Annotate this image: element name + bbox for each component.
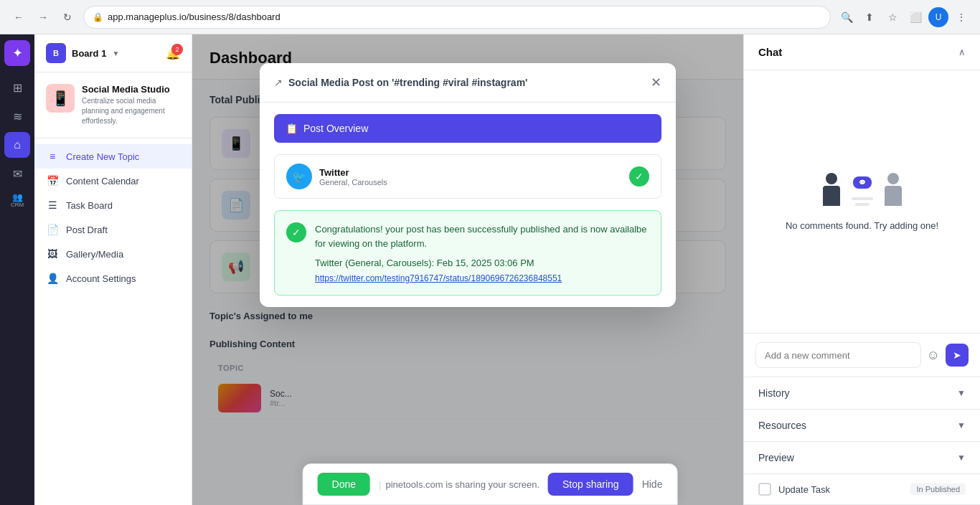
reload-button[interactable]: ↻ <box>57 7 77 27</box>
twitter-info: 🐦 Twitter General, Carousels <box>286 164 387 189</box>
zoom-button[interactable]: 🔍 <box>837 7 857 27</box>
nav-item-gallery-media[interactable]: 🖼 Gallery/Media <box>34 242 192 266</box>
resources-section: Resources ▼ <box>744 410 980 442</box>
success-platform: Twitter (General, Carousels): Feb 15, 20… <box>315 256 649 270</box>
crm-label: CRM <box>11 202 24 208</box>
sidebar-icon-chart[interactable]: ≋ <box>4 103 30 129</box>
twitter-check-icon: ✓ <box>629 166 649 187</box>
bookmark-button[interactable]: ☆ <box>882 7 903 27</box>
update-task-section: Update Task In Published <box>744 474 980 505</box>
nav-item-label: Create New Topic <box>66 151 139 162</box>
chat-bubble-1: 💬 <box>853 176 872 189</box>
hide-button[interactable]: Hide <box>642 478 663 490</box>
nav-item-task-board[interactable]: ☰ Task Board <box>34 193 192 217</box>
sidebar-icon-home[interactable]: ⌂ <box>4 132 30 158</box>
lock-icon: 🔒 <box>93 12 103 22</box>
modal-header: ↗ Social Media Post on '#trending #viral… <box>260 63 676 103</box>
modal-body: 📋 Post Overview 🐦 Twitter General, Carou… <box>260 103 676 307</box>
twitter-avatar: 🐦 <box>286 164 312 189</box>
person-body-left <box>823 186 840 206</box>
person-left <box>823 173 840 206</box>
modal-title-row: ↗ Social Media Post on '#trending #viral… <box>274 77 527 88</box>
post-overview-icon: 📋 <box>286 123 298 134</box>
modal-title: Social Media Post on '#trending #viral #… <box>288 77 527 88</box>
nav-item-create-new-topic[interactable]: ≡ Create New Topic <box>34 144 192 169</box>
board-icon: B <box>46 43 66 63</box>
nav-item-account-settings[interactable]: 👤 Account Settings <box>34 266 192 291</box>
sharing-bar: Done | pinetools.com is sharing your scr… <box>303 463 678 505</box>
browser-bar: ← → ↻ 🔒 app.manageplus.io/business/8/das… <box>0 0 980 34</box>
board-header: B Board 1 ▼ 🔔 2 <box>34 34 192 72</box>
expand-icon: ↗ <box>274 77 283 88</box>
icon-sidebar: ✦ ⊞ ≋ ⌂ ✉ 👥 CRM <box>0 34 34 505</box>
settings-icon: 👤 <box>46 273 59 284</box>
chat-line-1 <box>852 197 873 200</box>
preview-section: Preview ▼ <box>744 442 980 474</box>
done-button[interactable]: Done <box>318 473 370 496</box>
comment-input[interactable] <box>755 342 921 368</box>
forward-button[interactable]: → <box>33 7 53 27</box>
history-title: History <box>758 387 790 399</box>
stop-sharing-button[interactable]: Stop sharing <box>548 473 633 496</box>
address-bar[interactable]: 🔒 app.manageplus.io/business/8/dashboard <box>83 6 831 29</box>
success-message: Congratulations! your post has been succ… <box>315 222 649 250</box>
chat-collapse-button[interactable]: ∧ <box>958 47 966 57</box>
studio-description: Centralize social media planning and eng… <box>82 96 180 126</box>
profile-avatar[interactable]: U <box>928 7 948 27</box>
post-overview-label: Post Overview <box>303 123 368 134</box>
url-text: app.manageplus.io/business/8/dashboard <box>108 11 281 22</box>
person-head-left <box>826 173 837 184</box>
nav-sidebar: B Board 1 ▼ 🔔 2 📱 Social Media Studio Ce… <box>34 34 192 505</box>
success-link[interactable]: https://twitter.com/testing7916747/statu… <box>315 273 649 283</box>
board-info: B Board 1 ▼ <box>46 43 119 63</box>
twitter-card: 🐦 Twitter General, Carousels ✓ <box>274 154 661 199</box>
update-task-row: Update Task In Published <box>744 474 980 504</box>
resources-chevron-icon: ▼ <box>957 420 966 430</box>
calendar-icon: 📅 <box>46 175 59 187</box>
task-board-icon: ☰ <box>46 199 59 211</box>
studio-text: Social Media Studio Centralize social me… <box>82 84 180 126</box>
notification-button[interactable]: 🔔 2 <box>166 47 180 60</box>
sidebar-icon-grid[interactable]: ⊞ <box>4 75 30 100</box>
resources-section-header[interactable]: Resources ▼ <box>744 410 980 441</box>
nav-item-post-draft[interactable]: 📄 Post Draft <box>34 217 192 242</box>
task-status: In Published <box>910 483 966 495</box>
main-layout: ✦ ⊞ ≋ ⌂ ✉ 👥 CRM B Board 1 ▼ 🔔 2 📱 <box>0 34 980 505</box>
twitter-text: Twitter General, Carousels <box>319 167 387 187</box>
chat-title: Chat <box>758 46 782 58</box>
history-chevron-icon: ▼ <box>957 388 966 398</box>
emoji-button[interactable]: ☺ <box>927 348 940 363</box>
history-section-header[interactable]: History ▼ <box>744 377 980 409</box>
history-section: History ▼ <box>744 377 980 410</box>
chat-bubbles: 💬 <box>852 176 873 206</box>
browser-actions: 🔍 ⬆ ☆ ⬜ U ⋮ <box>837 7 971 27</box>
success-content: Congratulations! your post has been succ… <box>315 222 649 283</box>
person-body-right <box>885 186 902 206</box>
board-chevron-icon: ▼ <box>112 49 119 57</box>
sidebar-icon-crm[interactable]: 👥 CRM <box>4 189 30 211</box>
studio-info: 📱 Social Media Studio Centralize social … <box>34 72 192 138</box>
nav-item-label: Content Calendar <box>66 176 139 187</box>
menu-button[interactable]: ⋮ <box>951 7 971 27</box>
right-panel: Chat ∧ 💬 No comments found. Try <box>743 34 980 505</box>
task-checkbox[interactable] <box>758 483 771 496</box>
sharing-indicator: | pinetools.com is sharing your screen. <box>379 479 540 490</box>
main-content: Dashboard Total Published Overview 📱 6 S… <box>192 34 743 505</box>
comment-input-row: ☺ ➤ <box>744 333 980 377</box>
sharing-pipe: | <box>379 479 381 490</box>
post-overview-button[interactable]: 📋 Post Overview <box>274 114 661 143</box>
notification-badge: 2 <box>171 44 183 55</box>
extensions-button[interactable]: ⬜ <box>905 7 925 27</box>
modal-close-button[interactable]: ✕ <box>651 75 661 90</box>
nav-item-content-calendar[interactable]: 📅 Content Calendar <box>34 169 192 193</box>
share-button[interactable]: ⬆ <box>859 7 880 27</box>
gallery-icon: 🖼 <box>46 248 59 260</box>
send-button[interactable]: ➤ <box>946 344 969 367</box>
preview-section-header[interactable]: Preview ▼ <box>744 442 980 473</box>
sidebar-icon-mail[interactable]: ✉ <box>4 161 30 187</box>
chat-line-2 <box>855 203 870 206</box>
back-button[interactable]: ← <box>9 7 29 27</box>
twitter-name: Twitter <box>319 167 387 178</box>
nav-item-label: Gallery/Media <box>66 249 123 260</box>
task-label: Update Task <box>778 484 830 495</box>
